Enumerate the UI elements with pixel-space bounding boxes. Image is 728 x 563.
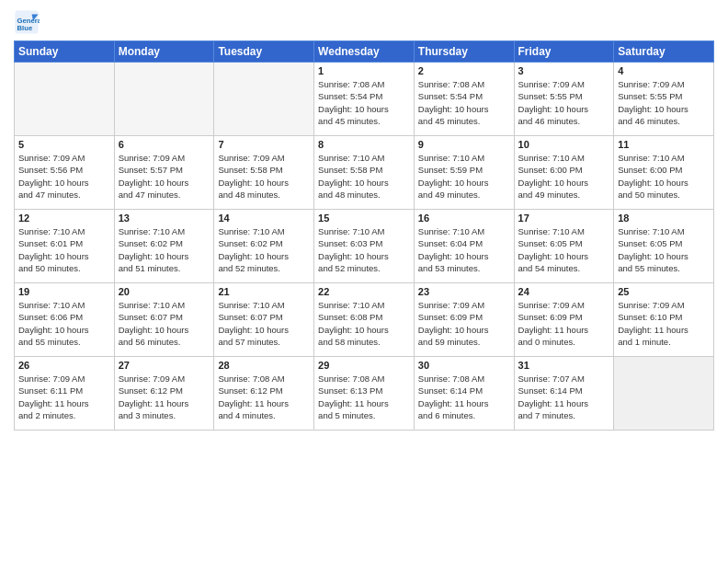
calendar-cell [114,63,214,136]
calendar-cell [614,357,714,431]
day-number: 23 [418,286,510,297]
day-number: 24 [518,286,610,297]
day-number: 27 [119,360,210,371]
calendar-cell: 22Sunrise: 7:10 AM Sunset: 6:08 PM Dayli… [314,283,415,357]
day-info: Sunrise: 7:10 AM Sunset: 6:03 PM Dayligh… [318,225,410,274]
day-info: Sunrise: 7:09 AM Sunset: 5:56 PM Dayligh… [18,152,110,201]
calendar-cell: 26Sunrise: 7:09 AM Sunset: 6:11 PM Dayli… [15,357,115,431]
day-number: 2 [418,65,510,76]
day-number: 9 [418,139,510,150]
day-info: Sunrise: 7:09 AM Sunset: 5:55 PM Dayligh… [618,78,710,127]
day-number: 11 [618,139,710,150]
col-header-wednesday: Wednesday [314,41,415,63]
day-info: Sunrise: 7:10 AM Sunset: 6:08 PM Dayligh… [318,299,410,348]
day-info: Sunrise: 7:10 AM Sunset: 5:58 PM Dayligh… [318,152,410,201]
calendar-cell: 25Sunrise: 7:09 AM Sunset: 6:10 PM Dayli… [614,283,714,357]
calendar-cell: 8Sunrise: 7:10 AM Sunset: 5:58 PM Daylig… [314,136,415,210]
col-header-thursday: Thursday [414,41,514,63]
day-info: Sunrise: 7:10 AM Sunset: 6:00 PM Dayligh… [518,152,610,201]
day-info: Sunrise: 7:08 AM Sunset: 5:54 PM Dayligh… [318,78,410,127]
calendar-cell [214,63,314,136]
day-info: Sunrise: 7:10 AM Sunset: 6:07 PM Dayligh… [218,299,310,348]
day-number: 3 [518,65,610,76]
day-info: Sunrise: 7:07 AM Sunset: 6:14 PM Dayligh… [518,373,610,421]
day-number: 17 [518,213,610,224]
day-number: 20 [119,286,210,297]
day-info: Sunrise: 7:09 AM Sunset: 5:55 PM Dayligh… [518,78,610,127]
calendar-cell: 28Sunrise: 7:08 AM Sunset: 6:12 PM Dayli… [214,357,314,431]
day-info: Sunrise: 7:09 AM Sunset: 6:09 PM Dayligh… [418,299,510,348]
day-number: 15 [318,213,410,224]
calendar-cell: 14Sunrise: 7:10 AM Sunset: 6:02 PM Dayli… [214,210,314,283]
calendar-cell: 10Sunrise: 7:10 AM Sunset: 6:00 PM Dayli… [514,136,614,210]
week-row-3: 12Sunrise: 7:10 AM Sunset: 6:01 PM Dayli… [15,210,714,283]
logo: General Blue [14,9,43,35]
day-number: 1 [318,65,410,76]
calendar-cell: 15Sunrise: 7:10 AM Sunset: 6:03 PM Dayli… [314,210,415,283]
day-info: Sunrise: 7:09 AM Sunset: 6:10 PM Dayligh… [618,299,710,348]
calendar-cell: 18Sunrise: 7:10 AM Sunset: 6:05 PM Dayli… [614,210,714,283]
week-row-1: 1Sunrise: 7:08 AM Sunset: 5:54 PM Daylig… [15,63,714,136]
calendar-cell: 2Sunrise: 7:08 AM Sunset: 5:54 PM Daylig… [414,63,514,136]
calendar-cell: 31Sunrise: 7:07 AM Sunset: 6:14 PM Dayli… [514,357,614,431]
day-number: 28 [218,360,310,371]
calendar-cell: 27Sunrise: 7:09 AM Sunset: 6:12 PM Dayli… [114,357,214,431]
day-number: 30 [418,360,510,371]
calendar-cell: 12Sunrise: 7:10 AM Sunset: 6:01 PM Dayli… [15,210,115,283]
day-number: 10 [518,139,610,150]
day-info: Sunrise: 7:08 AM Sunset: 6:14 PM Dayligh… [418,373,510,421]
calendar-cell [15,63,115,136]
day-number: 19 [18,286,110,297]
week-row-4: 19Sunrise: 7:10 AM Sunset: 6:06 PM Dayli… [15,283,714,357]
svg-text:Blue: Blue [17,24,33,32]
day-info: Sunrise: 7:09 AM Sunset: 5:57 PM Dayligh… [119,152,210,201]
header-row: SundayMondayTuesdayWednesdayThursdayFrid… [15,41,714,63]
col-header-saturday: Saturday [614,41,714,63]
col-header-tuesday: Tuesday [214,41,314,63]
day-info: Sunrise: 7:09 AM Sunset: 6:12 PM Dayligh… [119,373,210,421]
day-info: Sunrise: 7:10 AM Sunset: 5:59 PM Dayligh… [418,152,510,201]
day-info: Sunrise: 7:10 AM Sunset: 6:01 PM Dayligh… [18,225,110,274]
calendar-cell: 19Sunrise: 7:10 AM Sunset: 6:06 PM Dayli… [15,283,115,357]
calendar-cell: 9Sunrise: 7:10 AM Sunset: 5:59 PM Daylig… [414,136,514,210]
calendar-table: SundayMondayTuesdayWednesdayThursdayFrid… [14,40,714,431]
day-info: Sunrise: 7:08 AM Sunset: 6:13 PM Dayligh… [318,373,410,421]
day-info: Sunrise: 7:09 AM Sunset: 6:09 PM Dayligh… [518,299,610,348]
day-number: 8 [318,139,410,150]
day-info: Sunrise: 7:10 AM Sunset: 6:02 PM Dayligh… [119,225,210,274]
col-header-sunday: Sunday [15,41,115,63]
day-number: 29 [318,360,410,371]
calendar-cell: 30Sunrise: 7:08 AM Sunset: 6:14 PM Dayli… [414,357,514,431]
calendar-cell: 5Sunrise: 7:09 AM Sunset: 5:56 PM Daylig… [15,136,115,210]
day-number: 22 [318,286,410,297]
day-info: Sunrise: 7:08 AM Sunset: 5:54 PM Dayligh… [418,78,510,127]
calendar-cell: 7Sunrise: 7:09 AM Sunset: 5:58 PM Daylig… [214,136,314,210]
day-info: Sunrise: 7:10 AM Sunset: 6:06 PM Dayligh… [18,299,110,348]
day-number: 25 [618,286,710,297]
calendar-cell: 1Sunrise: 7:08 AM Sunset: 5:54 PM Daylig… [314,63,415,136]
logo-icon: General Blue [14,9,40,35]
day-info: Sunrise: 7:10 AM Sunset: 6:02 PM Dayligh… [218,225,310,274]
calendar-cell: 4Sunrise: 7:09 AM Sunset: 5:55 PM Daylig… [614,63,714,136]
col-header-friday: Friday [514,41,614,63]
calendar-cell: 13Sunrise: 7:10 AM Sunset: 6:02 PM Dayli… [114,210,214,283]
day-number: 18 [618,213,710,224]
calendar-cell: 11Sunrise: 7:10 AM Sunset: 6:00 PM Dayli… [614,136,714,210]
calendar-cell: 24Sunrise: 7:09 AM Sunset: 6:09 PM Dayli… [514,283,614,357]
page: General Blue SundayMondayTuesdayWednesda… [0,0,728,440]
day-number: 13 [119,213,210,224]
day-number: 16 [418,213,510,224]
calendar-cell: 16Sunrise: 7:10 AM Sunset: 6:04 PM Dayli… [414,210,514,283]
day-number: 14 [218,213,310,224]
week-row-5: 26Sunrise: 7:09 AM Sunset: 6:11 PM Dayli… [15,357,714,431]
day-info: Sunrise: 7:10 AM Sunset: 6:07 PM Dayligh… [119,299,210,348]
day-info: Sunrise: 7:08 AM Sunset: 6:12 PM Dayligh… [218,373,310,421]
header: General Blue [14,9,714,35]
day-number: 12 [18,213,110,224]
day-number: 4 [618,65,710,76]
day-number: 5 [18,139,110,150]
day-number: 7 [218,139,310,150]
calendar-cell: 3Sunrise: 7:09 AM Sunset: 5:55 PM Daylig… [514,63,614,136]
calendar-cell: 17Sunrise: 7:10 AM Sunset: 6:05 PM Dayli… [514,210,614,283]
day-number: 21 [218,286,310,297]
